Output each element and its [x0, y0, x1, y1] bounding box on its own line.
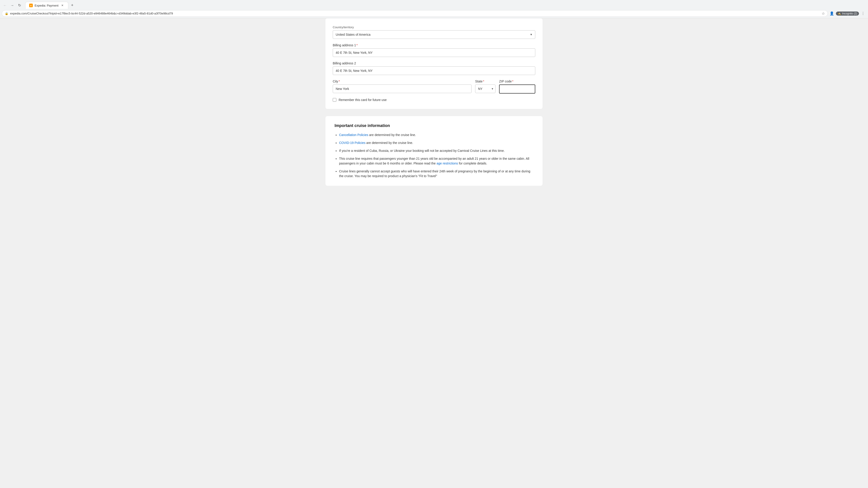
cruise-info-title: Important cruise information: [335, 123, 533, 128]
address-bar-row: 🔒 ☆ 👤 🕵 Incognito (2) ⋮: [0, 9, 868, 18]
state-select[interactable]: NY: [475, 85, 495, 93]
reload-button[interactable]: ↻: [16, 2, 23, 8]
new-tab-button[interactable]: +: [69, 2, 75, 8]
cruise-info-item-4-pre: This cruise line requires that passenger…: [339, 157, 529, 165]
cruise-info-item-3-text: If you're a resident of Cuba, Russia, or…: [339, 149, 505, 153]
remember-card-row: Remember this card for future use: [333, 98, 535, 102]
state-select-wrapper: NY: [475, 85, 495, 93]
browser-actions: 👤 🕵 Incognito (2) ⋮: [829, 10, 866, 17]
zip-input[interactable]: [499, 85, 535, 94]
city-label: City*: [333, 79, 471, 83]
state-label: State*: [475, 79, 495, 83]
cancellation-policies-link[interactable]: Cancellation Policies: [339, 133, 368, 137]
age-restrictions-link[interactable]: age restrictions: [436, 162, 458, 165]
remember-card-checkbox[interactable]: [333, 98, 336, 102]
country-select[interactable]: United States of America: [333, 30, 535, 39]
billing-address1-group: Billing address 1*: [333, 43, 535, 57]
state-col: State* NY: [475, 79, 495, 93]
city-state-zip-row: City* State* NY: [333, 79, 535, 94]
billing-address1-required: *: [356, 43, 358, 47]
cruise-info-item-4-post: for complete details.: [458, 162, 487, 165]
cruise-info-item-1: Cancellation Policies are determined by …: [339, 133, 533, 137]
country-group: Country/territory United States of Ameri…: [333, 26, 535, 39]
star-icon[interactable]: ☆: [822, 11, 825, 15]
zip-label: ZIP code*: [499, 79, 535, 83]
browser-chrome: ← → ↻ e Expedia: Payment ✕ + 🔒 ☆ 👤 🕵 Inc…: [0, 0, 868, 18]
cruise-info-list: Cancellation Policies are determined by …: [335, 133, 533, 178]
incognito-icon: 🕵: [838, 12, 841, 15]
cruise-info-item-5: Cruise lines generally cannot accept gue…: [339, 169, 533, 178]
menu-button[interactable]: ⋮: [860, 10, 866, 17]
profile-button[interactable]: 👤: [829, 10, 835, 17]
tab-title: Expedia: Payment: [35, 4, 59, 7]
country-select-wrapper: United States of America: [333, 30, 535, 39]
address-bar[interactable]: 🔒 ☆: [2, 10, 828, 17]
tab-close-button[interactable]: ✕: [60, 3, 64, 7]
incognito-label: Incognito (2): [842, 12, 857, 15]
billing-address2-group: Billing address 2: [333, 61, 535, 75]
billing-address1-input[interactable]: [333, 48, 535, 57]
tab-controls: ← → ↻: [2, 2, 23, 8]
billing-form-card: Country/territory United States of Ameri…: [326, 18, 542, 109]
country-label: Country/territory: [333, 26, 535, 29]
cruise-info-item-4: This cruise line requires that passenger…: [339, 156, 533, 166]
tab-favicon: e: [29, 4, 33, 7]
url-input[interactable]: [10, 12, 820, 15]
remember-card-label: Remember this card for future use: [339, 98, 386, 102]
billing-address2-label: Billing address 2: [333, 61, 535, 65]
incognito-badge: 🕵 Incognito (2): [836, 11, 859, 15]
cruise-info-item-2-text: are determined by the cruise line.: [366, 141, 413, 144]
cruise-info-item-2: COVID-19 Policies are determined by the …: [339, 140, 533, 145]
lock-icon: 🔒: [5, 12, 8, 15]
forward-button[interactable]: →: [9, 2, 16, 8]
billing-address2-input[interactable]: [333, 66, 535, 75]
active-tab[interactable]: e Expedia: Payment ✕: [25, 2, 68, 9]
city-col: City*: [333, 79, 471, 93]
city-input[interactable]: [333, 85, 471, 93]
billing-address1-label: Billing address 1*: [333, 43, 535, 47]
cruise-info-item-3: If you're a resident of Cuba, Russia, or…: [339, 149, 533, 153]
tab-bar: ← → ↻ e Expedia: Payment ✕ +: [0, 0, 868, 9]
back-button[interactable]: ←: [2, 2, 8, 8]
zip-col: ZIP code*: [499, 79, 535, 94]
city-state-zip-group: City* State* NY: [333, 79, 535, 94]
cruise-info-item-5-text: Cruise lines generally cannot accept gue…: [339, 169, 530, 178]
page-wrapper: Country/territory United States of Ameri…: [0, 18, 868, 488]
section-divider: [326, 112, 542, 116]
cruise-info-item-1-text: are determined by the cruise line.: [368, 133, 416, 137]
cruise-info-section: Important cruise information Cancellatio…: [326, 116, 542, 186]
covid-policies-link[interactable]: COVID-19 Policies: [339, 141, 366, 144]
content-area: Country/territory United States of Ameri…: [326, 18, 542, 488]
